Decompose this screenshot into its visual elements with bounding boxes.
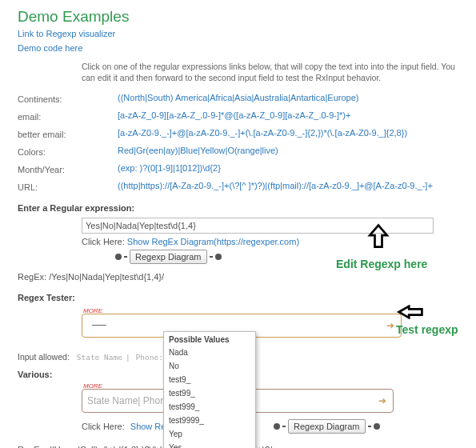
intro-text: Click on one of the regular expressions …	[82, 61, 458, 83]
dropdown-item[interactable]: No	[164, 359, 255, 373]
example-regex[interactable]: ((North|South) America|Africa|Asia|Austr…	[118, 93, 458, 104]
cursor-underline-icon	[92, 325, 106, 326]
railroad-line-icon	[368, 426, 371, 427]
example-regex[interactable]: ((http|https)://[A-Za-z0-9._-]+(\?[^ ]*)…	[118, 181, 458, 192]
railroad-dot-start-icon	[274, 423, 280, 430]
dropdown-item[interactable]: Yep	[164, 427, 255, 441]
autocomplete-dropdown: Possible Values Nada No test9_ test99_ t…	[163, 331, 256, 448]
arrow-up-icon	[364, 222, 393, 253]
dropdown-item[interactable]: test999_	[164, 400, 255, 414]
input-allowed-part: Phone:	[136, 353, 163, 362]
click-here-label: Click Here:	[82, 237, 125, 246]
railroad-line-icon	[124, 256, 127, 258]
input-allowed-label: Input allowed:	[18, 352, 70, 362]
arrow-right-icon[interactable]: ➜	[386, 320, 394, 331]
example-regex[interactable]: (exp: )?(0[1-9]|1[012])\d{2}	[118, 163, 458, 174]
railroad-line-icon	[282, 426, 286, 427]
dropdown-item[interactable]: Yes	[164, 441, 255, 448]
example-label: Month/Year:	[18, 163, 118, 174]
dropdown-item[interactable]: test9999_	[164, 414, 255, 427]
dropdown-title: Possible Values	[164, 332, 255, 346]
railroad-dot-start-icon	[115, 254, 122, 260]
railroad-line-icon	[210, 256, 213, 258]
regex-tester-label: Regex Tester:	[18, 293, 458, 302]
input-allowed-part: State Name	[77, 353, 122, 362]
example-regex[interactable]: [a-zA-Z_0-9][a-zA-Z_.0-9-]*@([a-zA-Z_0-9…	[118, 110, 458, 122]
example-regex[interactable]: Red|Gr(een|ay)|Blue|Yellow|O(range|live)	[118, 146, 458, 157]
edit-regexp-annotation: Edit Regexp here	[336, 258, 427, 270]
regexp-diagram-button[interactable]: Regexp Diagram	[288, 419, 366, 434]
dropdown-item[interactable]: test9_	[164, 373, 255, 386]
dropdown-item[interactable]: test99_	[164, 386, 255, 400]
test-regexp-annotation: Test regexp	[396, 323, 458, 336]
railroad-dot-end-icon	[374, 423, 380, 430]
arrow-right-icon[interactable]: ➜	[378, 395, 386, 406]
example-label: Colors:	[18, 146, 118, 157]
enter-regex-label: Enter a Regular expression:	[18, 203, 458, 213]
click-here-label: Click Here:	[82, 422, 125, 431]
link-regexp-visualizer[interactable]: Link to Regexp visualizer	[18, 29, 458, 38]
example-label: better email:	[18, 128, 118, 139]
show-diagram-link[interactable]: Show RegEx Diagram(https://regexper.com)	[127, 237, 299, 246]
dropdown-item[interactable]: Nada	[164, 346, 255, 359]
railroad-dot-end-icon	[215, 254, 222, 260]
page-title: Demo Examples	[18, 8, 458, 26]
example-regex[interactable]: [a-zA-Z0-9._-]+@[a-zA-Z0-9._-]+(\.[a-zA-…	[118, 128, 458, 139]
link-demo-code[interactable]: Demo code here	[18, 43, 458, 53]
arrow-left-icon	[396, 305, 425, 321]
example-label: email:	[18, 110, 118, 122]
example-label: Continents:	[18, 93, 118, 104]
regexp-diagram-button[interactable]: Regexp Diagram	[130, 250, 207, 264]
example-label: URL:	[18, 181, 118, 192]
regex-status: RegEx: /Yes|No|Nada|Yep|test\d{1,4}/	[18, 272, 458, 282]
